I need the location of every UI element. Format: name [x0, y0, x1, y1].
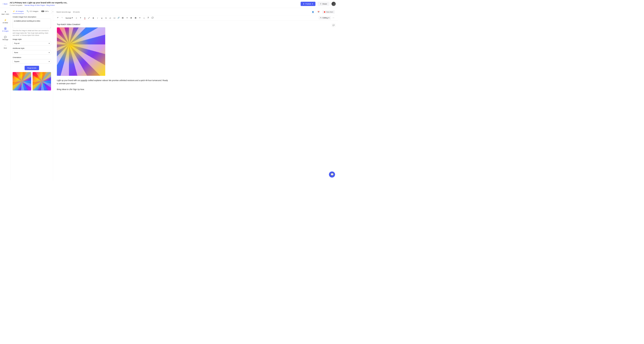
tab-ai-images[interactable]: ⚡ AI images [13, 10, 24, 14]
regenerate-button[interactable]: Regenerate [24, 66, 39, 70]
play-icon: ▶ [131, 17, 132, 19]
tab-label: AI images [16, 10, 24, 12]
select-value: Pop art [14, 42, 20, 44]
video-button[interactable]: ▶ [130, 16, 133, 20]
image-icon: 🖼 [4, 27, 6, 30]
rail-brief-seo[interactable]: ✦ Brief + SEO [1, 10, 10, 16]
bold-icon: B [93, 17, 94, 19]
italic-icon: I [97, 17, 98, 19]
bold-button[interactable]: B [92, 16, 95, 20]
redo-button[interactable]: ↷ [60, 16, 64, 20]
template-link[interactable]: Narrato Blogs & Web Pages - Blog Article [24, 4, 54, 6]
status-dot-icon [324, 11, 325, 13]
tab-gifs[interactable]: GIF GIFs [41, 10, 49, 14]
panel-collapse-button[interactable]: ‹ [52, 10, 53, 14]
bolt-icon: ⚡ [4, 19, 7, 22]
create-label: Create image from description [13, 16, 51, 18]
link-button[interactable]: 🔗 [117, 16, 120, 20]
rail-message[interactable]: 💬 Message [1, 35, 10, 41]
target-icon: ✦ [4, 11, 6, 13]
clear-format-icon: T̸ [148, 17, 149, 19]
rail-ai-images[interactable]: 🖼 AI Images [1, 27, 10, 33]
status-chip[interactable]: New Item [322, 10, 335, 14]
share-button[interactable]: ⇪ Share [318, 2, 330, 6]
rail-ai-writer[interactable]: ⚡ AI Writer [1, 18, 10, 25]
underline-icon: U [101, 17, 102, 19]
title-block: Ad 1:Primary text: Light up your brand w… [10, 2, 298, 6]
paragraph-style-select[interactable]: Normal ▾ [64, 16, 74, 20]
prompt-input[interactable] [13, 19, 51, 28]
mode-label: Editing [323, 17, 328, 19]
highlight-button[interactable]: 🖍 [87, 16, 91, 20]
chevron-down-icon: ▾ [49, 52, 50, 53]
bullet-list-icon: •≡ [110, 17, 111, 19]
emoji-button[interactable]: ☺ [142, 16, 146, 20]
align-button[interactable]: ≡ [74, 16, 78, 20]
undo-button[interactable]: ↶ [56, 16, 60, 20]
paragraph-1: Light up your brand with our expertly cr… [57, 79, 170, 85]
chevron-down-icon: ▾ [328, 17, 330, 19]
editor-area: Saved seconds ago 34 words 👤 📅 New Item … [53, 8, 338, 181]
ai-images-panel: ‹ ⚡ AI images 🔍 CC images GIF GIFs Creat… [11, 8, 53, 181]
toolbar-overflow-button[interactable]: ⋯ [332, 16, 336, 20]
strike-button[interactable]: S [104, 16, 108, 20]
word-count: 34 words [73, 11, 80, 13]
table-more-button[interactable]: ▾ [138, 16, 142, 20]
calendar-icon: 📅 [318, 11, 320, 13]
chevron-left-icon: ‹ [2, 3, 3, 5]
editing-mode-select[interactable]: ✎ Editing ▾ [319, 16, 331, 20]
highlight-icon: 🖍 [88, 17, 90, 19]
additional-style-select[interactable]: None ▾ [13, 50, 51, 55]
paragraph-2: Bring Ideas to Life! Sign Up Now. [57, 88, 170, 91]
spellcheck-word[interactable]: expertly [81, 80, 87, 82]
additional-style-label: Additional style [13, 47, 51, 49]
add-comment-button[interactable]: 💬 [332, 23, 336, 27]
help-fab[interactable]: 💬 [329, 171, 335, 177]
image-more-button[interactable]: ▾ [125, 16, 129, 20]
generated-thumb-1[interactable] [13, 72, 31, 91]
table-button[interactable]: ▦ [134, 16, 138, 20]
image-style-label: Image style [13, 38, 51, 40]
tab-cc-images[interactable]: 🔍 CC images [26, 10, 38, 14]
underline-button[interactable]: U [100, 16, 104, 20]
generated-thumb-2[interactable] [33, 72, 51, 91]
emoji-icon: ☺ [143, 17, 145, 19]
saved-status: Saved seconds ago [56, 11, 71, 13]
italic-button[interactable]: I [96, 16, 100, 20]
number-list-button[interactable]: 1≡ [112, 16, 116, 20]
text-color-button[interactable]: A [83, 16, 87, 20]
align-left-icon: ≡ [76, 17, 77, 19]
top-bar: ‹ Back Ad 1:Primary text: Light up your … [0, 0, 338, 8]
text-color-icon: A [84, 17, 86, 19]
panel-tabs: ⚡ AI images 🔍 CC images GIF GIFs [13, 10, 51, 14]
schedule-button[interactable]: 📅 [317, 10, 321, 14]
user-avatar[interactable] [332, 2, 336, 6]
chat-bubble-icon: 💬 [330, 173, 334, 176]
clear-format-button[interactable]: T̸ [146, 16, 150, 20]
image-button[interactable]: 🖼 [121, 16, 125, 20]
chevron-down-icon: ▾ [80, 17, 81, 19]
comment-icon: 💬 [152, 17, 154, 19]
rail-label: Message [2, 39, 8, 40]
bullet-list-button[interactable]: •≡ [108, 16, 112, 20]
rail-more[interactable]: ⋯ More [1, 43, 10, 50]
select-value: Square [14, 61, 20, 62]
comment-button[interactable]: 💬 [150, 16, 154, 20]
undo-icon: ↶ [57, 17, 59, 19]
rail-label: AI Images [2, 30, 8, 32]
align-more-button[interactable]: ▾ [79, 16, 82, 20]
select-value: None [14, 52, 18, 53]
sidebar-rail: ✦ Brief + SEO ⚡ AI Writer 🖼 AI Images 💬 … [0, 8, 11, 181]
thumbnail-grid [13, 72, 51, 91]
publish-button[interactable]: ➤ Publish ▾ [300, 2, 315, 6]
orientation-select[interactable]: Square ▾ [13, 59, 51, 64]
back-button[interactable]: ‹ Back [2, 3, 8, 5]
inserted-image[interactable] [57, 27, 105, 76]
page-title: Ad 1:Primary text: Light up your brand w… [10, 2, 298, 4]
subtitle: Content template: Narrato Blogs & Web Pa… [10, 4, 298, 6]
image-style-select[interactable]: Pop art ▾ [13, 41, 51, 46]
chat-icon: 💬 [4, 36, 7, 39]
document-body[interactable]: 💬 Top-Notch Video Creation! Light up you… [53, 21, 338, 181]
add-collaborator-button[interactable]: 👤 [311, 10, 315, 14]
gif-badge-icon: GIF [42, 11, 44, 12]
